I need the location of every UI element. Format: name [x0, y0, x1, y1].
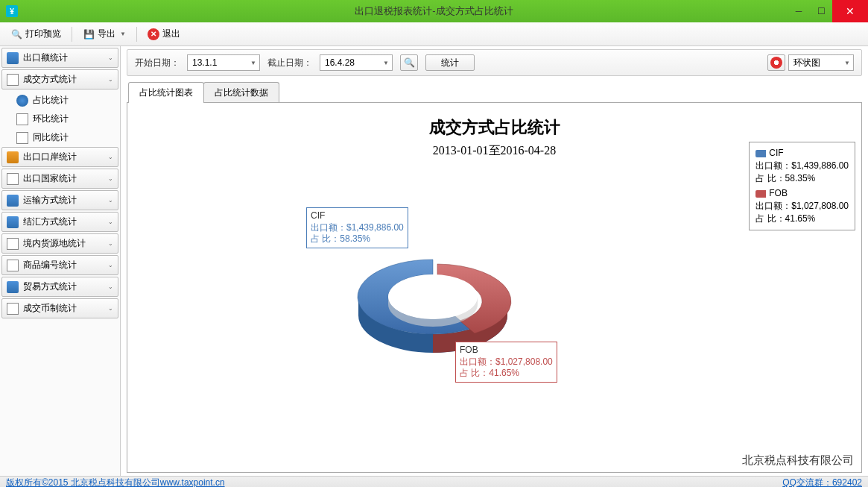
- bar-icon: [7, 238, 19, 250]
- chevron-icon: ⌄: [108, 240, 113, 247]
- exit-icon: ✕: [148, 28, 159, 40]
- svg-point-0: [388, 274, 478, 319]
- export-button[interactable]: 💾 导出 ▼: [78, 26, 130, 42]
- legend: CIF 出口额：$1,439,886.00 占 比：58.35% FOB 出口额…: [749, 142, 855, 230]
- legend-cif-name: CIF: [769, 148, 783, 158]
- cif-amount: $1,439,886.00: [346, 222, 404, 233]
- chart-type-value: 环状图: [793, 57, 820, 69]
- legend-cif-pct: 58.35%: [785, 173, 816, 183]
- chevron-icon: ⌄: [108, 219, 113, 225]
- tabs: 占比统计图表 占比统计数据: [128, 82, 862, 103]
- chart-type-combo[interactable]: 环状图 ▼: [788, 54, 854, 71]
- print-preview-button[interactable]: 🔍 打印预览: [6, 26, 66, 42]
- chevron-icon: ⌄: [108, 54, 113, 61]
- chart-type-selector: 环状图 ▼: [767, 54, 854, 71]
- content: 开始日期： 13.1.1 ▼ 截止日期： 16.4.28 ▼ 🔍 统计: [121, 46, 868, 476]
- exit-button[interactable]: ✕ 退出: [143, 26, 185, 42]
- tab-data[interactable]: 占比统计数据: [203, 82, 279, 103]
- chevron-down-icon: ▼: [844, 60, 850, 66]
- statusbar: 版权所有©2015 北京税点科技有限公司www.taxpoint.cn QQ交流…: [0, 476, 868, 487]
- chevron-icon: ⌄: [108, 305, 113, 312]
- tab-chart[interactable]: 占比统计图表: [128, 82, 204, 103]
- sidebar-label: 成交币制统计: [23, 302, 77, 315]
- chevron-down-icon: ▼: [383, 60, 389, 66]
- chevron-icon: ⌄: [108, 262, 113, 268]
- stat-label: 统计: [441, 57, 459, 69]
- main: 出口额统计 ⌄ 成交方式统计 ⌄ 占比统计 环比统计 同比统计 出口口岸统计 ⌄…: [0, 46, 868, 476]
- window-controls: ─ ☐ ✕: [788, 0, 868, 22]
- sidebar-group-settlement[interactable]: 结汇方式统计 ⌄: [1, 212, 118, 232]
- chevron-icon: ⌄: [108, 76, 113, 83]
- close-button[interactable]: ✕: [832, 0, 868, 22]
- legend-fob-pct-label: 占 比：: [755, 213, 785, 224]
- sidebar-group-trade[interactable]: 贸易方式统计 ⌄: [1, 277, 118, 297]
- chart-title: 成交方式占比统计: [127, 116, 861, 139]
- separator: [136, 27, 137, 42]
- sidebar: 出口额统计 ⌄ 成交方式统计 ⌄ 占比统计 环比统计 同比统计 出口口岸统计 ⌄…: [0, 46, 121, 476]
- sidebar-label: 出口国家统计: [23, 172, 77, 185]
- tab-label: 占比统计图表: [139, 87, 193, 98]
- sidebar-group-country[interactable]: 出口国家统计 ⌄: [1, 169, 118, 189]
- sidebar-label: 结汇方式统计: [23, 216, 77, 228]
- swatch-fob: [755, 190, 766, 198]
- sidebar-label: 境内货源地统计: [23, 237, 86, 250]
- sidebar-group-deal-method[interactable]: 成交方式统计 ⌄: [1, 69, 118, 89]
- sidebar-group-export-amount[interactable]: 出口额统计 ⌄: [1, 48, 118, 68]
- chart-icon: [7, 52, 19, 64]
- swatch-cif: [755, 150, 766, 157]
- tab-label: 占比统计数据: [215, 87, 268, 98]
- chevron-icon: ⌄: [108, 154, 113, 160]
- globe-icon: [16, 95, 28, 107]
- callout-cif: CIF 出口额：$1,439,886.00 占 比：58.35%: [306, 207, 408, 248]
- cif-amount-label: 出口额：: [311, 222, 346, 233]
- sidebar-group-source[interactable]: 境内货源地统计 ⌄: [1, 233, 118, 254]
- sidebar-label: 成交方式统计: [23, 73, 77, 86]
- minimize-button[interactable]: ─: [788, 0, 810, 22]
- list-icon: [7, 195, 19, 207]
- chart-type-icon-button[interactable]: [767, 54, 785, 71]
- sidebar-group-product[interactable]: 商品编号统计 ⌄: [1, 255, 118, 275]
- end-date-label: 截止日期：: [267, 57, 312, 69]
- sidebar-sub-label: 同比统计: [33, 131, 69, 144]
- sidebar-item-ratio[interactable]: 占比统计: [1, 91, 118, 110]
- sidebar-label: 贸易方式统计: [23, 280, 77, 293]
- line-icon: [16, 113, 28, 125]
- separator: [72, 27, 72, 42]
- qq-link[interactable]: QQ交流群：692402: [782, 477, 862, 487]
- app-icon: ¥: [6, 5, 18, 17]
- chevron-icon: ⌄: [108, 283, 113, 290]
- cif-pct: 58.35%: [340, 233, 370, 244]
- sidebar-group-currency[interactable]: 成交币制统计 ⌄: [1, 298, 118, 318]
- sidebar-item-mom[interactable]: 环比统计: [1, 110, 118, 128]
- bar-icon: [7, 173, 19, 185]
- chevron-icon: ⌄: [108, 197, 113, 204]
- start-date-combo[interactable]: 13.1.1 ▼: [187, 54, 260, 71]
- titlebar: ¥ 出口退税报表统计-成交方式占比统计 ─ ☐ ✕: [0, 0, 868, 22]
- sidebar-label: 出口口岸统计: [23, 151, 77, 163]
- window-title: 出口退税报表统计-成交方式占比统计: [355, 4, 513, 18]
- sidebar-sub-label: 环比统计: [33, 113, 69, 125]
- sidebar-group-port[interactable]: 出口口岸统计 ⌄: [1, 147, 118, 167]
- fob-amount: $1,027,808.00: [495, 356, 553, 367]
- chart-icon: [7, 303, 19, 315]
- search-button[interactable]: 🔍: [400, 54, 418, 71]
- legend-cif-pct-label: 占 比：: [755, 173, 785, 183]
- line-chart-icon: [7, 74, 19, 86]
- grid-icon: [7, 281, 19, 293]
- end-date-value: 16.4.28: [325, 57, 355, 68]
- cif-name: CIF: [311, 210, 404, 222]
- chevron-down-icon: ▼: [250, 60, 256, 66]
- sidebar-group-transport[interactable]: 运输方式统计 ⌄: [1, 190, 118, 210]
- line-icon: [7, 260, 19, 271]
- toolbar: 🔍 打印预览 💾 导出 ▼ ✕ 退出: [0, 22, 868, 46]
- stat-button[interactable]: 统计: [425, 54, 475, 71]
- grid-icon: [7, 216, 19, 228]
- end-date-combo[interactable]: 16.4.28 ▼: [320, 54, 393, 71]
- maximize-button[interactable]: ☐: [810, 0, 832, 22]
- sidebar-item-yoy[interactable]: 同比统计: [1, 128, 118, 147]
- sidebar-label: 运输方式统计: [23, 194, 77, 207]
- chevron-down-icon: ▼: [120, 31, 126, 37]
- legend-fob-amount-label: 出口额：: [755, 201, 791, 211]
- fob-name: FOB: [460, 345, 553, 356]
- copyright-link[interactable]: 版权所有©2015 北京税点科技有限公司www.taxpoint.cn: [6, 477, 225, 487]
